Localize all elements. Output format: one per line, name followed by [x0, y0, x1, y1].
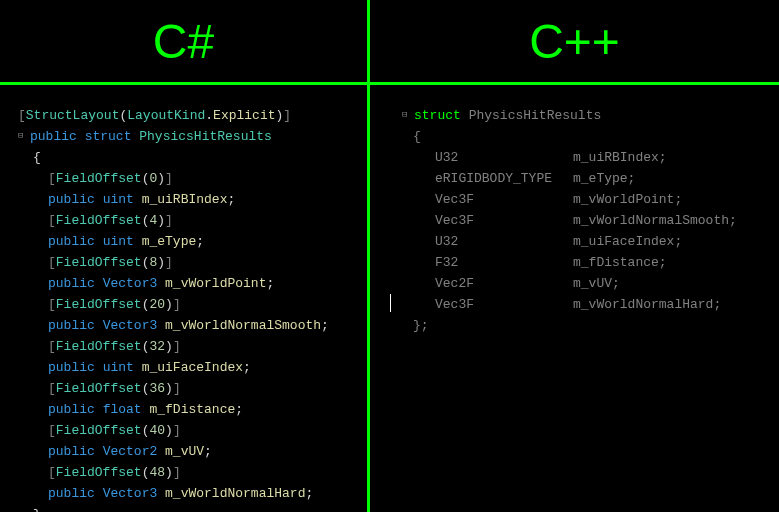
cpp-header: C++: [370, 0, 779, 85]
cpp-code[interactable]: ⊟struct PhysicsHitResults { U32m_uiRBInd…: [370, 85, 779, 341]
code-line: [FieldOffset(36)]: [18, 378, 362, 399]
cpp-panel: C++ ⊟struct PhysicsHitResults { U32m_uiR…: [370, 0, 779, 512]
code-line: {: [375, 126, 774, 147]
code-line: public Vector3 m_vWorldNormalSmooth;: [18, 315, 362, 336]
code-line: public Vector3 m_vWorldPoint;: [18, 273, 362, 294]
csharp-code[interactable]: [StructLayout(LayoutKind.Explicit)] ⊟pub…: [0, 85, 367, 512]
csharp-panel: C# [StructLayout(LayoutKind.Explicit)] ⊟…: [0, 0, 370, 512]
code-line: Vec3Fm_vWorldNormalSmooth;: [375, 210, 774, 231]
code-line: [FieldOffset(32)]: [18, 336, 362, 357]
code-line: F32m_fDistance;: [375, 252, 774, 273]
code-line: ⊟public struct PhysicsHitResults: [18, 126, 362, 147]
code-line: [FieldOffset(0)]: [18, 168, 362, 189]
code-line: U32m_uiFaceIndex;: [375, 231, 774, 252]
code-line: [StructLayout(LayoutKind.Explicit)]: [18, 105, 362, 126]
code-line: public float m_fDistance;: [18, 399, 362, 420]
code-line: public uint m_uiFaceIndex;: [18, 357, 362, 378]
csharp-header: C#: [0, 0, 367, 85]
code-line: Vec3Fm_vWorldPoint;: [375, 189, 774, 210]
text-cursor: [390, 294, 391, 312]
code-line: [FieldOffset(48)]: [18, 462, 362, 483]
code-line: [FieldOffset(8)]: [18, 252, 362, 273]
code-line: ⊟struct PhysicsHitResults: [375, 105, 774, 126]
cpp-title: C++: [529, 14, 620, 69]
comparison-container: C# [StructLayout(LayoutKind.Explicit)] ⊟…: [0, 0, 779, 512]
code-line: {: [18, 147, 362, 168]
code-line: public uint m_uiRBIndex;: [18, 189, 362, 210]
code-line: U32m_uiRBIndex;: [375, 147, 774, 168]
collapse-icon[interactable]: ⊟: [18, 126, 30, 147]
code-line: [FieldOffset(40)]: [18, 420, 362, 441]
code-line: };: [375, 315, 774, 336]
code-line: public uint m_eType;: [18, 231, 362, 252]
code-line: [FieldOffset(4)]: [18, 210, 362, 231]
collapse-icon[interactable]: ⊟: [402, 105, 414, 126]
code-line: public Vector2 m_vUV;: [18, 441, 362, 462]
code-line: }: [18, 504, 362, 512]
code-line: public Vector3 m_vWorldNormalHard;: [18, 483, 362, 504]
code-line: [FieldOffset(20)]: [18, 294, 362, 315]
code-line: Vec2Fm_vUV;: [375, 273, 774, 294]
code-line: Vec3Fm_vWorldNormalHard;: [375, 294, 774, 315]
csharp-title: C#: [153, 14, 214, 69]
code-line: eRIGIDBODY_TYPEm_eType;: [375, 168, 774, 189]
